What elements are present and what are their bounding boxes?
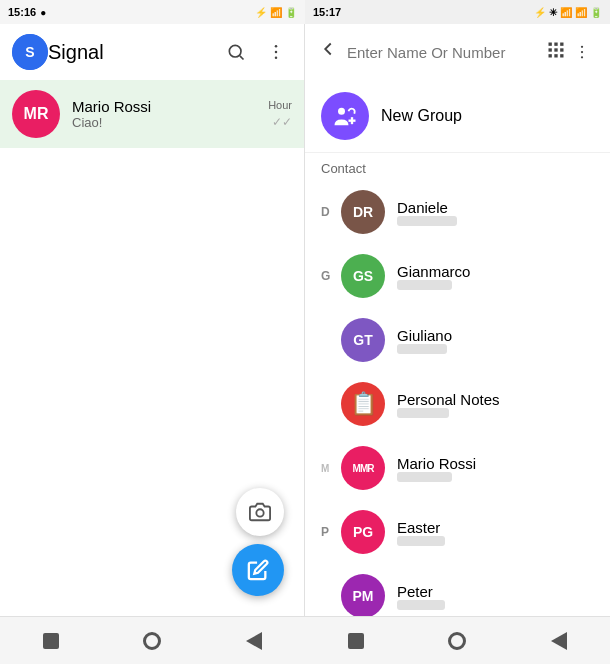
svg-rect-14: [549, 54, 552, 57]
right-nav-home[interactable]: [443, 627, 471, 655]
chat-time-mario: Hour: [268, 99, 292, 111]
left-time: 15:16: [8, 6, 36, 18]
right-more-button[interactable]: [566, 36, 598, 68]
camera-fab[interactable]: [236, 488, 284, 536]
contact-item-personal-notes[interactable]: 📋 Personal Notes: [305, 372, 610, 436]
letter-mmr: M: [321, 463, 337, 474]
svg-point-17: [581, 46, 583, 48]
info-daniele: Daniele: [397, 199, 594, 226]
right-status-icons: ⚡ ✳ 📶 📶 🔋: [534, 7, 602, 18]
right-signal-icon: 📶: [575, 7, 587, 18]
chat-preview-mario: Ciao!: [72, 115, 268, 130]
avatar-giuliano: GT: [341, 318, 385, 362]
bluetooth-icon: ⚡: [255, 7, 267, 18]
right-status-bar: 15:17 ⚡ ✳ 📶 📶 🔋: [305, 0, 610, 24]
mmr-text: MMR: [353, 463, 374, 474]
section-label: Contact: [305, 153, 610, 180]
sub-blur-giuliano: [397, 344, 447, 354]
grid-icon[interactable]: [546, 40, 566, 65]
contact-item-gianmarco[interactable]: G GS Gianmarco: [305, 244, 610, 308]
chat-check-icon: ✓✓: [272, 115, 292, 129]
sub-personal-notes: [397, 408, 594, 418]
status-bars: 15:16 ● ⚡ 📶 🔋 15:17 ⚡ ✳ 📶 📶 🔋: [0, 0, 610, 24]
right-triangle-icon: [551, 632, 567, 650]
compose-fab[interactable]: [232, 544, 284, 596]
right-nav: [305, 617, 610, 664]
svg-rect-12: [554, 48, 557, 51]
left-status-bar: 15:16 ● ⚡ 📶 🔋: [0, 0, 305, 24]
app-logo: S: [12, 34, 48, 70]
chat-item-mario[interactable]: MR Mario Rossi Ciao! Hour ✓✓: [0, 80, 304, 148]
avatar-mario-rossi: MMR: [341, 446, 385, 490]
info-mario-rossi: Mario Rossi: [397, 455, 594, 482]
svg-rect-8: [549, 42, 552, 45]
contact-item-giuliano[interactable]: GT Giuliano: [305, 308, 610, 372]
search-input[interactable]: [347, 44, 538, 61]
contact-item-mario-rossi[interactable]: M MMR Mario Rossi: [305, 436, 610, 500]
svg-point-2: [229, 45, 241, 57]
svg-rect-13: [560, 48, 563, 51]
svg-point-4: [275, 45, 278, 48]
svg-point-18: [581, 51, 583, 53]
info-giuliano: Giuliano: [397, 327, 594, 354]
left-dot-icon: ●: [40, 7, 46, 18]
contacts-list: D DR Daniele G GS Gianmarco: [305, 180, 610, 616]
left-nav-square[interactable]: [37, 627, 65, 655]
letter-d: D: [321, 205, 337, 219]
name-giuliano: Giuliano: [397, 327, 594, 344]
chat-meta-mario: Hour ✓✓: [268, 99, 292, 129]
name-peter: Peter: [397, 583, 594, 600]
right-nav-square[interactable]: [342, 627, 370, 655]
svg-rect-10: [560, 42, 563, 45]
contact-item-daniele[interactable]: D DR Daniele: [305, 180, 610, 244]
right-square-icon: [348, 633, 364, 649]
svg-point-5: [275, 51, 278, 54]
right-nav-back[interactable]: [545, 627, 573, 655]
name-gianmarco: Gianmarco: [397, 263, 594, 280]
sub-blur-gianmarco: [397, 280, 452, 290]
back-button[interactable]: [317, 38, 339, 66]
main-area: S Signal MR: [0, 24, 610, 616]
battery-icon: 🔋: [285, 7, 297, 18]
svg-line-3: [240, 56, 244, 60]
info-easter: Easter: [397, 519, 594, 546]
triangle-icon: [246, 632, 262, 650]
avatar-daniele: DR: [341, 190, 385, 234]
svg-text:S: S: [25, 44, 34, 60]
letter-g: G: [321, 269, 337, 283]
svg-rect-16: [560, 54, 563, 57]
more-button[interactable]: [260, 36, 292, 68]
chat-info-mario: Mario Rossi Ciao!: [72, 98, 268, 130]
avatar-personal-notes: 📋: [341, 382, 385, 426]
svg-point-19: [581, 56, 583, 58]
app-title: Signal: [48, 41, 220, 64]
fab-area: [0, 148, 304, 616]
name-easter: Easter: [397, 519, 594, 536]
bottom-nav: [0, 616, 610, 664]
right-circle-icon: [448, 632, 466, 650]
sub-peter: [397, 600, 594, 610]
circle-icon: [143, 632, 161, 650]
right-asterisk-icon: ✳: [549, 7, 557, 18]
name-personal-notes: Personal Notes: [397, 391, 594, 408]
avatar-gianmarco: GS: [341, 254, 385, 298]
avatar-easter: PG: [341, 510, 385, 554]
svg-rect-9: [554, 42, 557, 45]
left-nav-home[interactable]: [138, 627, 166, 655]
new-group-row[interactable]: New Group: [305, 80, 610, 153]
avatar-peter: PM: [341, 574, 385, 616]
info-peter: Peter: [397, 583, 594, 610]
left-header: S Signal: [0, 24, 304, 80]
info-gianmarco: Gianmarco: [397, 263, 594, 290]
name-mario-rossi: Mario Rossi: [397, 455, 594, 472]
sub-blur-daniele: [397, 216, 457, 226]
svg-rect-15: [554, 54, 557, 57]
contact-item-peter[interactable]: PM Peter: [305, 564, 610, 616]
name-daniele: Daniele: [397, 199, 594, 216]
left-nav-back[interactable]: [240, 627, 268, 655]
wifi-icon: 📶: [270, 7, 282, 18]
contact-item-easter[interactable]: P PG Easter: [305, 500, 610, 564]
search-button[interactable]: [220, 36, 252, 68]
right-battery-icon: 🔋: [590, 7, 602, 18]
left-status-icons: ⚡ 📶 🔋: [255, 7, 297, 18]
